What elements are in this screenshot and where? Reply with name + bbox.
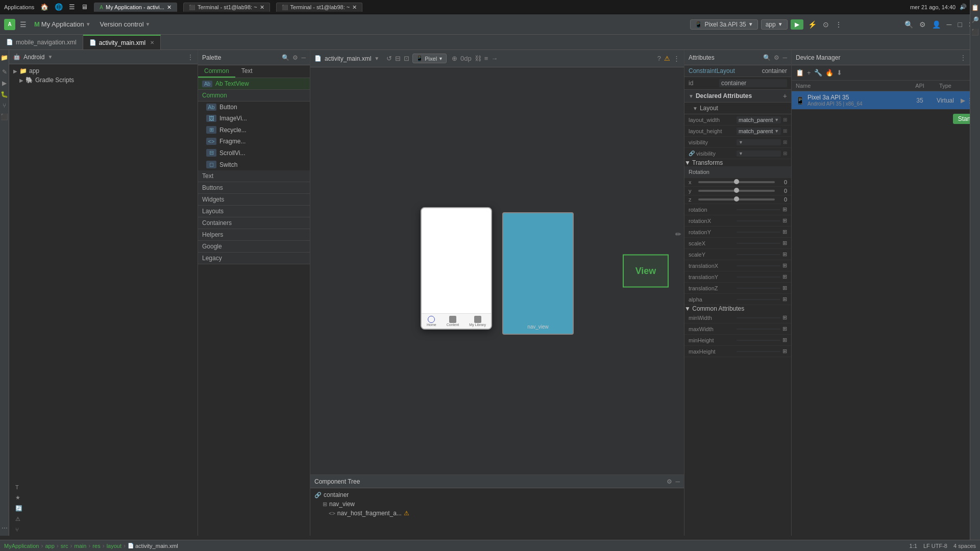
minHeight-expand[interactable]: ⊞ — [782, 337, 787, 343]
layout-section-header[interactable]: ▼ Layout — [684, 103, 791, 114]
rotation-field-value[interactable] — [737, 209, 780, 210]
system-home-icon[interactable]: 🏠 — [40, 3, 48, 11]
sidebar-run-icon[interactable]: ▶ — [1, 80, 9, 87]
category-common[interactable]: Common — [198, 90, 310, 102]
arrow-icon[interactable]: → — [491, 55, 498, 62]
rotation-field-expand[interactable]: ⊞ — [782, 206, 787, 213]
palette-item-button[interactable]: Ab Button — [198, 102, 310, 113]
category-text[interactable]: Text — [198, 170, 310, 182]
sidebar-commit-icon[interactable]: ✎ — [1, 68, 9, 76]
dm-device-row-pixel3a[interactable]: 📱 Pixel 3a API 35 Android API 35 | x86_6… — [792, 91, 980, 110]
canvas-zoom-icon[interactable]: ⊡ — [404, 55, 409, 62]
attr-id-value[interactable]: container — [719, 79, 787, 87]
run-config-selector[interactable]: app ▼ — [761, 19, 788, 30]
attr-lh-expand[interactable]: ⊞ — [783, 128, 787, 134]
rotationY-expand[interactable]: ⊞ — [782, 229, 787, 235]
rs-icon-3[interactable]: ⬛ — [971, 29, 979, 36]
alpha-value[interactable] — [737, 299, 780, 300]
palette-tab-common[interactable]: Common — [198, 65, 235, 78]
project-dropdown-icon[interactable]: ▼ — [86, 21, 91, 27]
category-widgets[interactable]: Widgets — [198, 194, 310, 206]
tab-terminal-2[interactable]: ⬛ Terminal - st1@lab98: ~ ✕ — [276, 3, 363, 12]
palette-item-switch[interactable]: ◻ Switch — [198, 159, 310, 170]
rotationY-value[interactable] — [737, 232, 780, 233]
maxWidth-expand[interactable]: ⊞ — [782, 325, 787, 332]
hamburger-icon[interactable]: ☰ — [18, 19, 28, 30]
category-legacy[interactable]: Legacy — [198, 253, 310, 264]
common-section-header[interactable]: ▼ Common Attributes — [684, 305, 791, 312]
category-buttons[interactable]: Buttons — [198, 182, 310, 194]
attr-settings-icon[interactable]: ⚙ — [774, 54, 779, 61]
size-icon[interactable]: 0dp — [460, 55, 472, 62]
bottom-tool-5[interactable]: ⑂ — [11, 525, 195, 534]
dm-settings-icon[interactable]: 🔧 — [814, 69, 822, 77]
version-control[interactable]: Version control ▼ — [97, 19, 154, 29]
nav-content[interactable]: Content — [447, 316, 459, 327]
declared-add-btn[interactable]: + — [783, 92, 787, 100]
translationZ-expand[interactable]: ⊞ — [782, 285, 787, 291]
translationY-value[interactable] — [737, 277, 780, 278]
tab-main-close[interactable]: ✕ — [150, 40, 154, 45]
attr-vis2-dropdown[interactable]: ▼ — [739, 151, 743, 156]
tab-terminal-1[interactable]: ⬛ Terminal - st1@lab98: ~ ✕ — [183, 3, 270, 12]
ct-minimize-icon[interactable]: ─ — [675, 478, 680, 485]
scaleX-value[interactable] — [737, 243, 780, 244]
rs-icon-1[interactable]: 📋 — [971, 4, 979, 11]
canvas-rotate-icon[interactable]: ↺ — [386, 55, 392, 62]
translationZ-value[interactable] — [737, 288, 780, 289]
project-more-icon[interactable]: ⋮ — [187, 54, 193, 61]
lightning-icon[interactable]: ⚡ — [806, 19, 818, 30]
attr-vis-expand[interactable]: ⊞ — [783, 139, 787, 145]
scaleY-expand[interactable]: ⊞ — [782, 251, 787, 258]
constraint-icon[interactable]: ⊕ — [452, 55, 457, 62]
rx-slider[interactable] — [698, 181, 775, 183]
translationY-expand[interactable]: ⊞ — [782, 273, 787, 280]
maxHeight-value[interactable] — [737, 351, 780, 352]
tab-activity-main[interactable]: 📄 activity_main.xml ✕ — [83, 35, 161, 49]
scaleX-expand[interactable]: ⊞ — [782, 240, 787, 246]
bottom-tool-2[interactable]: ★ — [11, 493, 195, 502]
declared-section-header[interactable]: ▼ Declared Attributes + — [684, 90, 791, 103]
tree-item-gradle[interactable]: ▶ 🐘 Gradle Scripts — [9, 76, 198, 85]
sidebar-folder-icon[interactable]: 📁 — [1, 54, 9, 61]
palette-item-recyclerview[interactable]: ⊞ Recycle... — [198, 124, 310, 136]
version-dropdown-icon[interactable]: ▼ — [145, 21, 151, 27]
account-icon[interactable]: 👤 — [930, 19, 942, 30]
bc-item-res[interactable]: res — [92, 543, 100, 549]
link-icon[interactable]: ⛓ — [475, 55, 481, 62]
nav-library[interactable]: My Library — [469, 316, 486, 327]
minimize-icon[interactable]: ─ — [945, 19, 953, 30]
settings-icon[interactable]: ⚙ — [918, 19, 927, 30]
bc-item-file[interactable]: 📄 activity_main.xml — [128, 543, 178, 549]
attr-lh-value[interactable]: match_parent ▼ — [737, 128, 781, 135]
attr-vis-dropdown[interactable]: ▼ — [739, 140, 743, 145]
ct-item-nav-view[interactable]: ⊞ nav_view — [314, 499, 680, 509]
ry-slider[interactable] — [698, 190, 775, 192]
attr-lh-dropdown[interactable]: ▼ — [774, 129, 779, 134]
category-helpers[interactable]: Helpers — [198, 229, 310, 241]
ct-item-nav-fragment[interactable]: <> nav_host_fragment_a... ⚠ — [314, 509, 680, 518]
palette-tab-text[interactable]: Text — [235, 65, 259, 78]
tab-close-2[interactable]: ✕ — [260, 4, 264, 11]
canvas-orient-icon[interactable]: ⊟ — [395, 55, 401, 62]
bottom-tool-1[interactable]: T — [11, 483, 195, 491]
sidebar-terminal-icon[interactable]: ⬛ — [1, 113, 9, 120]
coverage-icon[interactable]: ⊙ — [821, 19, 830, 30]
attr-lw-expand[interactable]: ⊞ — [783, 117, 787, 122]
palette-settings-icon[interactable]: ⚙ — [292, 54, 298, 61]
translationX-value[interactable] — [737, 265, 780, 266]
palette-item-scrollview[interactable]: ⊟ ScrollVi... — [198, 147, 310, 159]
dm-more-icon[interactable]: ⋮ — [960, 54, 966, 61]
attr-lw-value[interactable]: match_parent ▼ — [737, 116, 781, 123]
edit-icon[interactable]: ✏ — [675, 230, 681, 238]
tab-mobile-nav[interactable]: 📄 mobile_navigation.xml — [0, 35, 83, 49]
run-button[interactable]: ▶ — [791, 19, 803, 30]
rz-slider[interactable] — [698, 198, 775, 201]
tab-my-application[interactable]: A My Application - activi... ✕ — [94, 3, 177, 12]
help-icon[interactable]: ? — [657, 55, 661, 62]
palette-item-fragment[interactable]: <> Fragme... — [198, 136, 310, 147]
rotationX-expand[interactable]: ⊞ — [782, 217, 787, 224]
dm-fire-icon[interactable]: 🔥 — [825, 69, 834, 77]
device-selector[interactable]: 📱 Pixel 3a API 35 ▼ — [690, 19, 757, 30]
bc-item-src-app[interactable]: app — [45, 543, 54, 549]
